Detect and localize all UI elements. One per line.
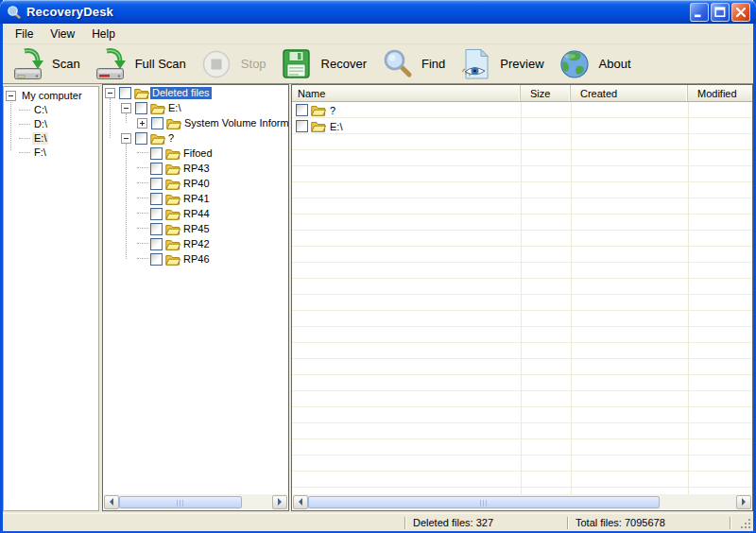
checkbox[interactable]	[150, 193, 163, 205]
tree-label: D:\	[32, 118, 49, 130]
column-header-modified[interactable]: Modified	[688, 85, 753, 101]
checkbox[interactable]	[135, 102, 147, 114]
tree-item-e[interactable]: E:\	[103, 100, 288, 115]
folders-horizontal-scrollbar[interactable]	[104, 494, 287, 509]
checkbox[interactable]	[150, 163, 163, 175]
checkbox[interactable]	[150, 147, 163, 160]
window-controls	[690, 3, 750, 22]
tree-label: E:\	[166, 102, 182, 114]
tree-label: RP42	[181, 238, 212, 250]
tree-item-rp45[interactable]: RP45	[103, 221, 288, 236]
scroll-right-button[interactable]	[272, 495, 287, 509]
toolbar-preview-button[interactable]: Preview	[454, 46, 552, 82]
scroll-left-button[interactable]	[293, 495, 308, 509]
toolbar-stop-label: Stop	[241, 57, 266, 71]
tree-item-d[interactable]: D:\	[4, 117, 98, 131]
menu-file[interactable]: File	[7, 26, 42, 43]
tree-connector-line	[126, 113, 128, 123]
menu-view[interactable]: View	[42, 26, 83, 43]
stop-icon	[199, 46, 234, 81]
title-bar[interactable]: RecoveryDesk	[0, 0, 756, 24]
tree-connector-line	[10, 100, 12, 150]
toolbar-about-button[interactable]: About	[553, 46, 640, 82]
menu-help[interactable]: Help	[83, 26, 124, 43]
tree-connector	[137, 243, 148, 245]
checkbox[interactable]	[150, 178, 163, 190]
checkbox[interactable]	[296, 104, 308, 116]
full-scan-drive-icon	[94, 46, 129, 81]
folder-icon	[165, 163, 180, 175]
tree-connector	[19, 124, 30, 126]
tree-item-fifoed[interactable]: Fifoed	[103, 146, 288, 161]
column-header-created[interactable]: Created	[571, 85, 688, 101]
left-arrow-icon	[106, 498, 113, 506]
tree-item-rp44[interactable]: RP44	[103, 206, 288, 221]
checkbox[interactable]	[135, 132, 147, 145]
tree-item-e[interactable]: E:\	[4, 131, 98, 146]
toolbar-full-scan-button[interactable]: Full Scan	[89, 46, 195, 82]
toolbar-recover-button[interactable]: Recover	[275, 46, 375, 82]
tree-connector-line	[126, 144, 128, 259]
minimize-button[interactable]	[690, 3, 709, 22]
tree-item-c[interactable]: C:\	[4, 103, 98, 117]
column-grid-line	[688, 102, 689, 495]
scroll-right-button[interactable]	[736, 495, 751, 509]
status-separator	[567, 517, 568, 529]
checkbox[interactable]	[119, 87, 131, 99]
files-horizontal-scrollbar[interactable]	[293, 494, 751, 509]
checkbox[interactable]	[150, 208, 163, 220]
column-header-label: Name	[298, 88, 325, 99]
tree-item-rp42[interactable]: RP42	[103, 236, 288, 251]
scrollbar-track[interactable]	[660, 494, 736, 509]
column-header-size[interactable]: Size	[521, 85, 571, 101]
scrollbar-track[interactable]	[242, 494, 272, 509]
checkbox[interactable]	[151, 117, 163, 129]
toolbar-find-button[interactable]: Find	[375, 46, 454, 82]
tree-item-deleted-files[interactable]: Deleted files	[103, 85, 288, 100]
expander-plus-icon[interactable]	[137, 118, 147, 129]
tree-item-rp41[interactable]: RP41	[103, 191, 288, 206]
scrollbar-thumb[interactable]	[308, 496, 660, 508]
expander-minus-icon[interactable]	[6, 91, 16, 101]
checkbox[interactable]	[150, 253, 163, 266]
expander-minus-icon[interactable]	[105, 88, 115, 98]
file-row-e[interactable]: E:\	[292, 118, 752, 134]
toolbar-scan-button[interactable]: Scan	[6, 46, 89, 82]
file-row-item[interactable]: ?	[292, 102, 752, 118]
folder-icon	[134, 87, 149, 99]
tree-item-item[interactable]: ?	[103, 130, 288, 146]
tree-item-rp46[interactable]: RP46	[103, 251, 288, 266]
tree-label: E:\	[32, 132, 48, 145]
checkbox[interactable]	[150, 238, 163, 250]
close-button[interactable]	[731, 3, 750, 22]
tree-item-f[interactable]: F:\	[4, 146, 98, 160]
tree-connector	[137, 182, 148, 184]
magnifier-title-icon	[7, 5, 22, 20]
scroll-left-button[interactable]	[104, 495, 119, 509]
folder-icon	[311, 104, 326, 116]
maximize-button[interactable]	[711, 3, 730, 22]
tree-item-rp40[interactable]: RP40	[103, 176, 288, 191]
folder-icon	[165, 178, 180, 190]
status-bar: Deleted files: 327 Total files: 7095678	[3, 513, 753, 531]
toolbar-recover-label: Recover	[321, 57, 367, 71]
resize-grip[interactable]	[739, 517, 751, 529]
checkbox[interactable]	[296, 120, 308, 132]
app-window: RecoveryDesk FileViewHelp ScanFull ScanS…	[0, 0, 756, 533]
tree-item-rp43[interactable]: RP43	[103, 161, 288, 176]
recover-floppy-icon	[280, 46, 315, 81]
status-separator	[404, 517, 405, 529]
tree-item-system-volume-information[interactable]: System Volume Information	[103, 115, 288, 130]
checkbox[interactable]	[150, 223, 163, 235]
find-magnifier-icon	[380, 46, 415, 81]
column-grid-line	[521, 102, 522, 495]
scrollbar-thumb[interactable]	[119, 496, 242, 508]
toolbar-about-label: About	[599, 57, 631, 71]
expander-minus-icon[interactable]	[121, 103, 131, 113]
tree-connector	[137, 228, 148, 230]
expander-minus-icon[interactable]	[121, 133, 131, 144]
tree-item-my-computer[interactable]: My computer	[4, 89, 98, 103]
right-arrow-icon	[278, 498, 285, 506]
column-header-name[interactable]: Name	[292, 85, 521, 101]
tree-label: RP41	[181, 193, 212, 205]
